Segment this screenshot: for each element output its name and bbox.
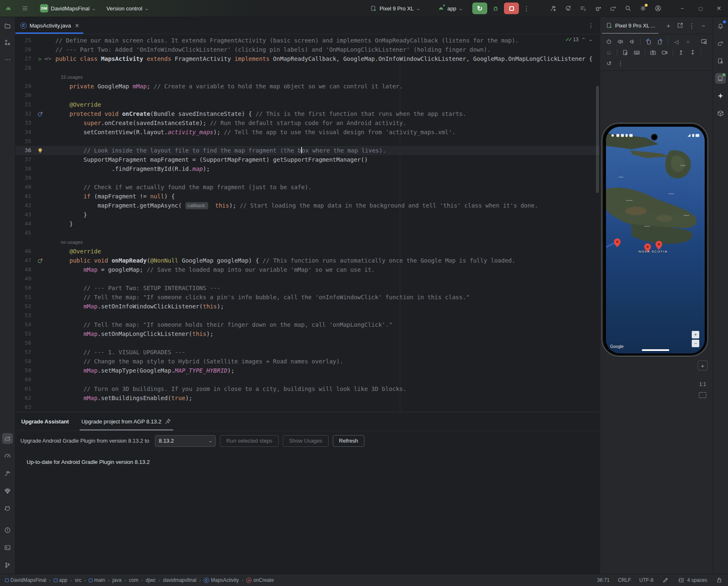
line-number[interactable]: 33 [15,118,34,128]
back-button[interactable]: ◁ [671,37,682,47]
breadcrumb-item[interactable]: djwc [146,577,156,583]
zoom-ratio[interactable]: 1:1 [699,381,706,387]
breadcrumb-item[interactable]: DavidMapsFinal [5,577,46,583]
breadcrumb-item[interactable]: com [129,577,138,583]
line-number[interactable]: 42 [15,201,34,210]
code-line-33[interactable]: 33 super.onCreate(savedInstanceState); /… [15,118,600,128]
line-number[interactable]: 52 [15,302,34,311]
code-line-60[interactable]: 60 [15,375,600,384]
line-number[interactable]: 40 [15,183,34,192]
line-number[interactable]: 58 [15,357,34,366]
line-number[interactable]: 38 [15,164,34,173]
upload-button[interactable]: ↥ [676,48,686,58]
line-number[interactable]: 50 [15,283,34,293]
download-button[interactable]: ↧ [687,48,698,58]
line-number[interactable]: 29 [15,82,34,91]
code-line-34[interactable]: 34 setContentView(R.layout.activity_maps… [15,128,600,137]
tag-icon[interactable]: </> [45,56,51,62]
stripe-running-devices-button[interactable] [715,73,726,84]
stripe-terminal-button[interactable] [2,542,13,553]
reset-button[interactable]: ↺ [603,58,614,68]
code-line-54[interactable]: 54 // Tell the map: "If someone holds th… [15,320,600,329]
code-line-45[interactable]: 45 [15,228,600,238]
stripe-profiler-button[interactable] [2,451,13,461]
screen-search-button[interactable] [698,37,709,47]
virtual-keyboard-button[interactable] [631,48,642,58]
minimize-button[interactable]: − [673,0,691,17]
pin-icon[interactable] [164,418,172,425]
code-line-49[interactable]: 49 [15,274,600,283]
tab-options-button[interactable]: ⋮ [588,22,594,29]
apply-changes-button[interactable]: A [562,3,574,14]
line-number[interactable]: 62 [15,393,34,403]
device-selector[interactable]: Pixel 9 Pro XL ⌄ [366,3,423,14]
run-configuration-selector[interactable]: app ⌄ [434,3,466,14]
breadcrumb-item[interactable]: davidmapsfinal [163,577,197,583]
add-device-button[interactable]: + [663,20,674,31]
editor-scrollbar[interactable] [596,86,599,193]
close-icon[interactable]: ✕ [75,23,79,29]
code-line-48[interactable]: 48 mMap = googleMap; // Save the loaded … [15,265,600,274]
code-line-58[interactable]: 58 // Change the map style to Hybrid (Sa… [15,357,600,366]
code-line-43[interactable]: 43 } [15,210,600,219]
stripe-notifications-bell-button[interactable] [715,20,726,31]
code-line-53[interactable]: 53 [15,311,600,320]
stripe-gradle-elephant-button[interactable] [715,38,726,49]
breadcrumb-item[interactable]: java [112,577,122,583]
code-editor[interactable]: 25// Define our main screen class. It ex… [15,34,600,412]
close-window-button[interactable]: ✕ [710,0,728,17]
rotate-right-button[interactable] [655,37,666,47]
code-line-39[interactable]: 39 [15,173,600,183]
usages-inlay-hint[interactable]: no usages [15,238,600,247]
line-number[interactable]: 25 [15,36,34,45]
line-number[interactable]: 28 [15,63,34,73]
line-number[interactable]: 59 [15,366,34,375]
stripe-logcat-cat-button[interactable] [2,503,13,514]
project-widget[interactable]: DM DavidMapsFinal ⌄ [37,3,99,14]
code-line-59[interactable]: 59 mMap.setMapType(GoogleMap.MAP_TYPE_HY… [15,366,600,375]
apply-code-changes-button[interactable]: S [577,3,589,14]
line-number[interactable]: 46 [15,247,34,256]
highlighting-level-icon[interactable] [662,576,669,584]
maximize-button[interactable]: ▢ [691,0,710,17]
account-button[interactable] [652,3,664,14]
overview-button[interactable]: □ [603,48,614,58]
code-line-30[interactable]: 30 [15,91,600,100]
line-number[interactable]: 37 [15,155,34,164]
code-line-28[interactable]: 28 [15,63,600,73]
usages-inlay-hint[interactable]: 15 usages [15,73,600,82]
stripe-problems-button[interactable] [2,525,13,536]
volume-down-button[interactable] [627,37,638,47]
stripe-version-control-button[interactable] [2,560,13,571]
line-number[interactable]: 56 [15,338,34,348]
line-number[interactable]: 27 [15,54,34,63]
line-number[interactable]: 32 [15,109,34,118]
line-number[interactable]: 34 [15,128,34,137]
breadcrumb-item[interactable]: app [54,577,67,583]
line-number[interactable]: 63 [15,403,34,412]
open-in-new-window-button[interactable] [674,20,686,31]
code-line-31[interactable]: 31 @Override [15,100,600,109]
code-line-50[interactable]: 50 // --- Part Two: SETUP INTERACTIONS -… [15,283,600,293]
line-number[interactable]: 41 [15,192,34,201]
line-number[interactable]: 57 [15,348,34,357]
panel-options-button[interactable]: ⋮ [686,20,698,31]
line-number[interactable]: 31 [15,100,34,109]
code-line-25[interactable]: 25// Define our main screen class. It ex… [15,36,600,45]
device-screen[interactable]: NOVA SCOTIA + − Google [606,127,705,353]
debug-app-button[interactable] [490,3,501,14]
code-line-35[interactable]: 35 [15,137,600,146]
settings-button[interactable] [637,3,649,14]
line-number[interactable]: 45 [15,228,34,238]
code-line-27[interactable]: 27▷</>public class MapsActivity extends … [15,54,600,63]
breadcrumb-item[interactable]: CMapsActivity [204,577,239,583]
line-number[interactable]: 36 [15,146,34,155]
agp-version-combobox[interactable]: 8.13.2 ⌄ [155,435,216,447]
hide-panel-button[interactable]: − [698,20,709,31]
stripe-more-horizontal-button[interactable]: ⋯ [2,54,13,65]
run-selected-steps-button[interactable]: Run selected steps [220,435,279,447]
rotate-left-button[interactable] [643,37,654,47]
line-number[interactable]: 47 [15,256,34,265]
stop-app-button[interactable] [504,3,519,14]
stripe-device-manager-button[interactable] [715,55,726,66]
